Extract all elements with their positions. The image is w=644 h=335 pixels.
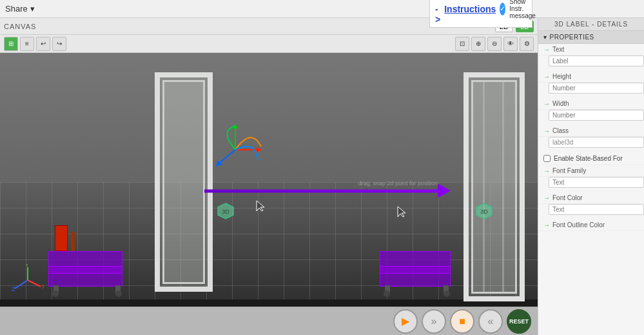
cart-shelf-right <box>380 266 451 274</box>
class-input[interactable] <box>549 137 644 148</box>
door-divider-2 <box>502 80 504 294</box>
list-button[interactable]: ≡ <box>20 37 34 51</box>
svg-text:Y: Y <box>25 264 29 268</box>
play-button[interactable]: ▶ <box>393 309 418 334</box>
settings-button[interactable]: ⚙ <box>520 37 534 51</box>
fast-forward-button[interactable]: » <box>422 309 446 334</box>
state-based-row: Enable State-Based For <box>538 152 644 165</box>
panel-header: 3D LABEL - DETAILS <box>538 18 644 31</box>
height-label: Height <box>552 73 639 80</box>
state-based-label: Enable State-Based For <box>554 155 623 162</box>
width-row-label: → Width <box>538 98 644 110</box>
share-button[interactable]: Share ▾ <box>5 4 35 14</box>
font-outline-arrow-icon: → <box>543 221 550 228</box>
hex-widget-right: 3D <box>474 201 494 221</box>
svg-line-10 <box>28 280 41 287</box>
rewind-button[interactable]: « <box>478 309 503 334</box>
svg-marker-1 <box>257 147 261 152</box>
door-divider-1 <box>483 80 485 294</box>
pipe-object <box>71 232 75 251</box>
top-bar: Share ▾ --> Instructions ✓ Show Instr. m… <box>0 0 644 18</box>
transform-widget <box>206 121 264 176</box>
font-family-label: Font Family <box>552 167 639 174</box>
instructions-check-icon: ✓ <box>500 3 505 15</box>
height-arrow-icon: → <box>543 73 550 80</box>
font-color-input[interactable] <box>549 204 644 215</box>
playback-bar: ▶ » ■ « RESET <box>0 307 538 335</box>
door-frame-right <box>463 72 525 301</box>
width-arrow-icon: → <box>543 100 550 107</box>
svg-line-14 <box>15 280 28 289</box>
zoom-out-button[interactable]: ⊖ <box>487 37 502 51</box>
svg-text:X: X <box>42 283 44 290</box>
cart-wheel-1 <box>52 290 59 297</box>
state-based-checkbox[interactable] <box>543 155 551 162</box>
font-family-row-label: → Font Family <box>538 165 644 177</box>
cart-wheel-3 <box>384 290 390 297</box>
font-color-row-label: → Font Color <box>538 192 644 204</box>
visibility-button[interactable]: 👁 <box>503 37 518 51</box>
hex-widget: 3D <box>216 201 235 221</box>
font-outline-row-label: → Font Outline Color <box>538 219 644 231</box>
text-row-label: → Text <box>538 44 644 56</box>
font-color-input-wrapper <box>538 204 644 219</box>
chevron-down-icon: ▾ <box>543 34 547 41</box>
door-panel-left <box>162 80 205 284</box>
cart-wheel-4 <box>444 290 450 297</box>
class-row-label: → Class <box>538 125 644 137</box>
text-arrow-icon: → <box>543 46 550 53</box>
zoom-fit-button[interactable]: ⊡ <box>455 37 469 51</box>
svg-text:Z: Z <box>12 286 15 292</box>
redo-button[interactable]: ↪ <box>52 37 66 51</box>
door-panel-right <box>471 80 517 294</box>
class-arrow-icon: → <box>543 127 550 134</box>
undo-button[interactable]: ↩ <box>36 37 50 51</box>
canvas-3d[interactable]: 3D <box>0 53 538 335</box>
text-input-wrapper <box>538 56 644 71</box>
instructions-title[interactable]: Instructions <box>444 4 496 14</box>
font-family-input[interactable] <box>549 177 644 188</box>
text-input[interactable] <box>549 56 644 66</box>
share-label: Share <box>5 4 28 14</box>
instructions-arrow: --> <box>435 0 440 25</box>
zoom-in-button[interactable]: ⊕ <box>471 37 485 51</box>
cart-wheel-2 <box>115 290 122 297</box>
add-label-button[interactable]: ⊞ <box>4 37 18 51</box>
door-frame-left <box>155 72 213 292</box>
reset-button[interactable]: RESET <box>507 309 531 334</box>
width-input[interactable] <box>549 110 644 121</box>
scene-content: 3D <box>0 53 538 335</box>
instructions-show-label[interactable]: Show Instr. message <box>509 0 536 19</box>
red-object <box>55 225 68 251</box>
cursor-arrow <box>255 199 264 214</box>
instructions-panel: --> Instructions ✓ Show Instr. message <box>429 0 532 28</box>
purple-arrow <box>204 190 443 193</box>
width-label: Width <box>552 100 639 107</box>
panel-scroll[interactable]: ▾ PROPERTIES → Text → Height → W <box>538 31 644 335</box>
class-input-wrapper <box>538 137 644 152</box>
canvas-label: CANVAS <box>4 23 36 30</box>
font-color-label: Font Color <box>552 194 639 201</box>
font-family-input-wrapper <box>538 177 644 192</box>
height-input[interactable] <box>549 83 644 94</box>
cursor-arrow-right <box>396 205 405 220</box>
stop-button[interactable]: ■ <box>450 309 474 334</box>
height-input-wrapper <box>538 83 644 98</box>
svg-text:3D: 3D <box>480 208 488 215</box>
width-input-wrapper <box>538 110 644 125</box>
share-dropdown-icon: ▾ <box>30 4 35 14</box>
canvas-section: CANVAS 2D 3D ⊞ ≡ ↩ ↪ ⊡ ⊕ ⊖ 👁 ⚙ <box>0 18 538 335</box>
svg-text:3D: 3D <box>222 208 229 215</box>
properties-section-title: ▾ PROPERTIES <box>538 31 644 44</box>
cart-shelf-left <box>48 266 122 274</box>
cart-left <box>48 235 126 299</box>
main-area: CANVAS 2D 3D ⊞ ≡ ↩ ↪ ⊡ ⊕ ⊖ 👁 ⚙ <box>0 18 644 335</box>
axis-gizmo: X Y Z <box>12 264 44 296</box>
right-panel: 3D LABEL - DETAILS ▾ PROPERTIES → Text →… <box>538 18 644 335</box>
svg-marker-16 <box>257 201 264 211</box>
font-outline-label: Font Outline Color <box>552 221 639 228</box>
class-label: Class <box>552 127 639 134</box>
font-family-arrow-icon: → <box>543 167 550 174</box>
cart-right <box>380 235 454 299</box>
drag-hint-text: drag, snap 2d point for position <box>358 180 438 187</box>
